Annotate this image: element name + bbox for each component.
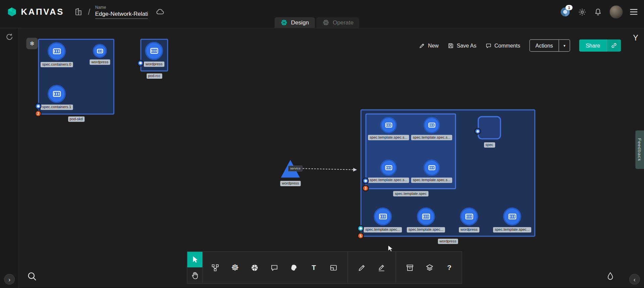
tab-design[interactable]: Design [275, 17, 315, 28]
share-link-icon[interactable] [607, 40, 621, 52]
actions-button[interactable]: Actions ▼ [529, 40, 570, 52]
meshery-tool[interactable] [247, 258, 263, 277]
count-badge: 5 [357, 232, 364, 239]
node-spec.template.spec.s...[interactable] [423, 159, 440, 176]
kanvas-logo-icon [7, 7, 17, 17]
container-icon [428, 165, 435, 170]
kubernetes-tool[interactable]: ☸ [227, 258, 243, 277]
node-spec.template.spec.s...[interactable] [380, 159, 397, 176]
pencil-icon [358, 264, 366, 272]
pen-tool[interactable] [373, 258, 390, 277]
design-name-input[interactable] [95, 10, 148, 19]
tab-operate[interactable]: Operate [316, 17, 359, 28]
hierarchy-y-icon[interactable]: Y [633, 33, 638, 43]
node-spec.template.spec...[interactable] [417, 208, 435, 226]
node-label: wordpress [280, 181, 301, 186]
zoom-search-icon[interactable] [26, 271, 38, 282]
menu-hamburger-icon[interactable] [630, 9, 637, 15]
container-icon [97, 49, 103, 53]
organization-icon[interactable] [74, 7, 83, 16]
breadcrumb-separator: / [88, 7, 90, 16]
import-tool[interactable] [402, 258, 418, 277]
kanvas-logo[interactable]: KAΠVAS [7, 7, 64, 17]
node-wordpress[interactable] [145, 42, 163, 60]
name-field-label: Name [95, 5, 148, 9]
text-tool[interactable]: T [306, 258, 322, 277]
node-label: spec.containers.1 [41, 104, 73, 110]
node-spec.containers.1[interactable] [48, 85, 66, 103]
doodle-tool[interactable] [286, 258, 302, 277]
expand-left-panel-button[interactable]: › [4, 274, 15, 285]
help-tool[interactable]: ? [441, 258, 458, 277]
layers-icon [426, 264, 434, 272]
comments-button[interactable]: Comments [485, 43, 520, 49]
group-label: wordpress [438, 239, 458, 244]
count-badge: 2 [35, 110, 42, 117]
share-button[interactable]: Share [579, 40, 621, 52]
container-icon [53, 91, 60, 97]
pencil-tool[interactable] [354, 258, 370, 277]
tool-dock: ☸T? [187, 251, 462, 284]
service-tag: service [288, 166, 303, 171]
k8s-badge: ☸ [474, 128, 481, 135]
operate-tab-label: Operate [333, 19, 354, 26]
dock-icons: ☸T? [203, 252, 462, 283]
feedback-label: Feedback [637, 138, 642, 161]
import-icon [406, 264, 414, 272]
feedback-tab[interactable]: Feedback [635, 130, 644, 169]
node-wordpress[interactable] [93, 44, 107, 58]
node-spec.template.spec...[interactable] [503, 208, 521, 226]
kubernetes-icon: ☸ [231, 263, 239, 272]
save-as-button[interactable]: Save As [448, 43, 476, 49]
header: KAΠVAS / Name 1 [0, 0, 644, 28]
node-wordpress[interactable] [460, 208, 478, 226]
components-icon [211, 264, 219, 272]
group-label: spec.template.spec [393, 191, 428, 197]
mouse-cursor [387, 245, 394, 254]
provider-button[interactable]: 1 [560, 7, 571, 17]
node-spec[interactable] [478, 116, 501, 140]
canvas-toolbar: New Save As Comments Actions ▼ Share [419, 40, 621, 52]
node-spec.template.spec.s...[interactable] [423, 117, 440, 133]
node-spec.containers.0[interactable] [48, 42, 66, 60]
node-label: wordpress [90, 60, 110, 65]
ink-droplet-icon[interactable] [605, 272, 615, 281]
select-tool[interactable] [187, 252, 202, 268]
components-tool[interactable] [207, 258, 223, 277]
dock-divider [395, 252, 396, 283]
layers-tool[interactable] [421, 258, 438, 277]
meshery-icon [251, 264, 259, 272]
shapes-icon [329, 264, 337, 272]
node-label: spec.template.spec.s... [368, 177, 409, 183]
comment-tool[interactable] [266, 258, 282, 277]
k8s-badge: ☸ [35, 103, 42, 110]
node-label: spec [484, 142, 495, 148]
node-spec.template.spec...[interactable] [374, 208, 392, 226]
pan-tool[interactable] [187, 267, 202, 283]
actions-label: Actions [530, 43, 558, 49]
actions-caret-icon[interactable]: ▼ [559, 40, 570, 51]
k8s-badge: ☸ [362, 177, 369, 184]
container-icon [428, 123, 435, 128]
user-avatar[interactable] [609, 5, 623, 18]
cloud-sync-icon[interactable] [155, 7, 165, 17]
container-icon [385, 123, 392, 128]
settings-gear-icon[interactable] [578, 8, 587, 16]
collapse-right-panel-button[interactable]: ‹ [629, 274, 640, 285]
comments-label: Comments [494, 43, 520, 49]
node-label: spec.containers.0 [41, 62, 73, 67]
new-button[interactable]: New [419, 43, 439, 49]
mode-tabs: Design Operate [275, 17, 359, 28]
node-label: wordpress [144, 62, 164, 67]
node-label: spec.template.spec.s... [411, 135, 452, 140]
help-icon: ? [447, 264, 451, 272]
share-label: Share [579, 40, 607, 52]
notification-count-badge: 1 [566, 5, 573, 10]
comments-icon [485, 43, 491, 49]
freeze-layout-icon[interactable]: ❄ [26, 38, 38, 49]
sync-history-icon[interactable] [5, 32, 14, 42]
count-badge: 3 [362, 185, 369, 192]
shapes-tool[interactable] [325, 258, 342, 277]
node-spec.template.spec.s...[interactable] [380, 117, 397, 133]
notifications-bell-icon[interactable] [594, 8, 602, 16]
